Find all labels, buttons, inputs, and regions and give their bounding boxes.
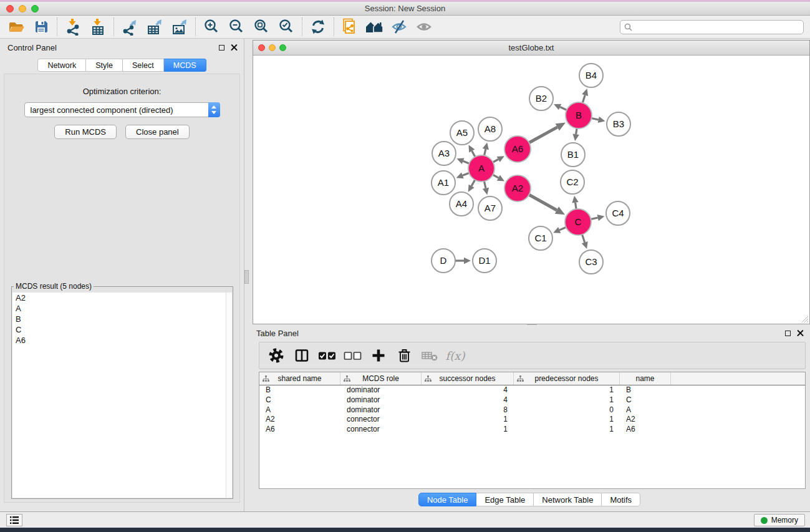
export-table-button[interactable] xyxy=(142,17,167,37)
resize-grip-icon[interactable] xyxy=(800,314,809,323)
graph-node-label: A8 xyxy=(485,123,496,134)
function-builder-button[interactable]: f(x) xyxy=(445,345,466,366)
window-titlebar[interactable]: Session: New Session xyxy=(0,2,810,16)
search-input[interactable] xyxy=(635,23,799,32)
delete-column-button[interactable] xyxy=(393,345,415,366)
table-cell: A2 xyxy=(620,415,671,425)
float-table-panel-icon[interactable] xyxy=(785,331,791,336)
task-history-button[interactable] xyxy=(6,514,22,526)
gear-icon xyxy=(268,347,284,364)
network-minimize-button[interactable] xyxy=(269,44,276,51)
column-header-label: shared name xyxy=(277,374,321,383)
open-session-button[interactable] xyxy=(4,17,29,37)
zoom-fit-icon xyxy=(253,19,269,35)
show-columns-button[interactable] xyxy=(291,345,312,366)
table-cell: 1 xyxy=(514,385,620,395)
zoom-selected-button[interactable] xyxy=(274,17,299,37)
network-graph: B4B2BB3B1A5A8A6A3AA1C2A2A4A7C4CC1C3DD1 xyxy=(253,56,809,324)
hide-details-button[interactable] xyxy=(387,17,412,37)
export-image-button[interactable] xyxy=(167,17,192,37)
show-details-button[interactable] xyxy=(412,17,437,37)
table-row[interactable]: Adominator80A xyxy=(259,405,805,415)
import-network-button[interactable] xyxy=(60,17,85,37)
mcds-result-item[interactable]: A2 xyxy=(12,293,232,303)
table-panel: Table Panel xyxy=(249,324,810,511)
export-table-icon xyxy=(146,19,163,36)
close-panel-button[interactable]: Close panel xyxy=(125,125,190,139)
zoom-out-button[interactable] xyxy=(224,17,249,37)
mcds-result-item[interactable]: C xyxy=(12,324,232,335)
network-from-file-button[interactable] xyxy=(337,17,362,37)
close-panel-icon[interactable] xyxy=(231,44,238,51)
eye-icon xyxy=(416,19,433,35)
tab-select[interactable]: Select xyxy=(123,59,164,72)
vertical-splitter-handle[interactable] xyxy=(244,270,249,284)
home-button[interactable] xyxy=(362,17,387,37)
tab-style[interactable]: Style xyxy=(86,59,123,72)
scrollbar-gutter[interactable] xyxy=(226,293,232,498)
main-area: Control Panel NetworkStyleSelectMCDS Opt… xyxy=(0,39,810,511)
tab-node-table[interactable]: Node Table xyxy=(418,493,477,506)
refresh-button[interactable] xyxy=(306,17,330,37)
table-row[interactable]: Cdominator41C xyxy=(259,395,805,405)
memory-label: Memory xyxy=(771,516,798,525)
mcds-result-item[interactable]: A6 xyxy=(12,335,232,346)
column-header-predecessor-nodes[interactable]: predecessor nodes xyxy=(514,372,620,385)
zoom-window-button[interactable] xyxy=(31,5,39,12)
graph-node-label: A1 xyxy=(438,177,449,188)
export-network-icon xyxy=(121,19,138,36)
tab-motifs[interactable]: Motifs xyxy=(602,493,640,506)
tab-network-table[interactable]: Network Table xyxy=(534,493,602,506)
table-row[interactable]: A6connector11A6 xyxy=(259,425,805,435)
graph-edge-arrowhead xyxy=(582,89,588,96)
import-table-button[interactable] xyxy=(85,17,110,37)
column-header-mcds-role[interactable]: MCDS role xyxy=(340,372,422,385)
table-row[interactable]: A2connector11A2 xyxy=(259,415,805,425)
table-row[interactable]: Bdominator41B xyxy=(259,385,805,395)
tab-mcds[interactable]: MCDS xyxy=(164,59,206,72)
toolbar-separator xyxy=(57,17,57,36)
memory-button[interactable]: Memory xyxy=(754,514,805,526)
tab-network[interactable]: Network xyxy=(37,59,86,72)
deselect-all-button[interactable] xyxy=(342,345,364,366)
graph-edge-A2-C[interactable] xyxy=(526,193,557,210)
network-canvas[interactable]: B4B2BB3B1A5A8A6A3AA1C2A2A4A7C4CC1C3DD1 xyxy=(253,56,809,324)
column-header-successor-nodes[interactable]: successor nodes xyxy=(422,372,514,385)
float-panel-icon[interactable] xyxy=(219,45,224,51)
list-icon xyxy=(9,516,19,525)
zoom-fit-button[interactable] xyxy=(249,17,274,37)
zoom-in-button[interactable] xyxy=(199,17,224,37)
table-cell: dominator xyxy=(340,395,422,405)
import-table-icon xyxy=(90,19,106,36)
create-column-button[interactable] xyxy=(368,345,389,366)
save-session-button[interactable] xyxy=(29,17,54,37)
table-cell: connector xyxy=(340,425,422,435)
mcds-result-item[interactable]: B xyxy=(12,314,232,324)
delete-table-button[interactable] xyxy=(419,345,440,366)
delete-table-icon xyxy=(421,349,438,362)
select-all-button[interactable] xyxy=(317,345,338,366)
criterion-dropdown[interactable]: largest connected component (directed) xyxy=(24,102,220,117)
mcds-result-item[interactable]: A xyxy=(12,303,232,314)
table-cell: B xyxy=(259,385,340,395)
table-cell: A2 xyxy=(259,415,340,425)
column-header-name[interactable]: name xyxy=(620,372,671,385)
graph-node-label: C1 xyxy=(534,233,546,243)
close-table-panel-icon[interactable] xyxy=(797,330,804,337)
table-settings-button[interactable] xyxy=(266,345,287,366)
export-network-button[interactable] xyxy=(117,17,142,37)
graph-edge-A6-B[interactable] xyxy=(526,127,557,145)
table-toolbar: f(x) xyxy=(259,342,806,369)
trash-icon xyxy=(397,347,412,364)
search-field[interactable] xyxy=(620,20,804,34)
network-zoom-button[interactable] xyxy=(279,44,286,51)
control-panel-title: Control Panel xyxy=(7,43,57,52)
close-window-button[interactable] xyxy=(6,5,14,12)
minimize-window-button[interactable] xyxy=(19,5,26,12)
run-mcds-button[interactable]: Run MCDS xyxy=(54,125,117,139)
column-header-shared-name[interactable]: shared name xyxy=(259,372,340,385)
mcds-result-list[interactable]: A2ABCA6 xyxy=(12,293,232,498)
network-close-button[interactable] xyxy=(258,44,265,51)
tab-edge-table[interactable]: Edge Table xyxy=(476,493,534,506)
network-window-titlebar[interactable]: testGlobe.txt xyxy=(253,41,809,56)
